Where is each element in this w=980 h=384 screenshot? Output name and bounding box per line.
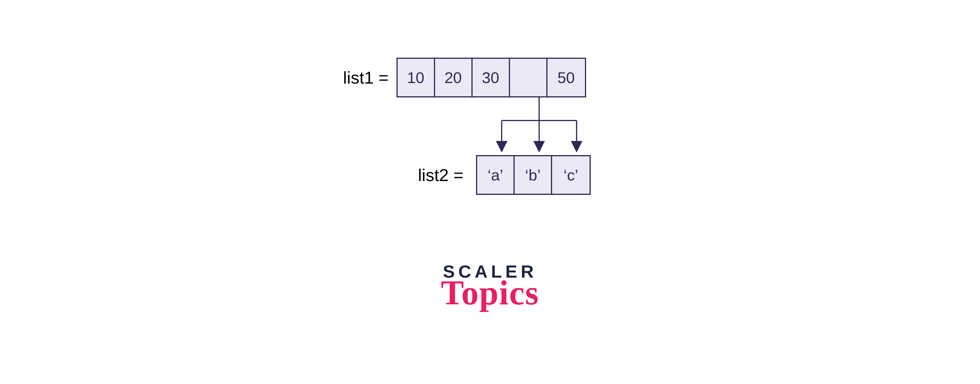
- list2-label: list2 =: [418, 165, 473, 185]
- list1-cell-1: 20: [435, 59, 473, 96]
- diagram-stage: list1 = 10 20 30 50 list2 =: [332, 58, 649, 313]
- list2-cell-0: ‘a’: [477, 156, 515, 194]
- list1-label: list1 =: [343, 68, 394, 88]
- list1-cell-2: 30: [473, 59, 510, 96]
- list2-cell-1: ‘b’: [515, 156, 552, 194]
- list2-row: list2 = ‘a’ ‘b’ ‘c’: [418, 155, 649, 195]
- list2-array: ‘a’ ‘b’ ‘c’: [476, 155, 591, 195]
- list2-cell-2: ‘c’: [552, 156, 590, 194]
- list1-row: list1 = 10 20 30 50: [343, 58, 649, 97]
- list1-cell-4: 50: [547, 59, 585, 96]
- logo-line2: Topics: [332, 273, 649, 313]
- list1-cell-3: [510, 59, 547, 96]
- branch-arrows-icon: [332, 97, 649, 155]
- list1-array: 10 20 30 50: [396, 58, 586, 97]
- list1-cell-0: 10: [398, 59, 435, 96]
- brand-logo: SCALER Topics: [332, 261, 649, 313]
